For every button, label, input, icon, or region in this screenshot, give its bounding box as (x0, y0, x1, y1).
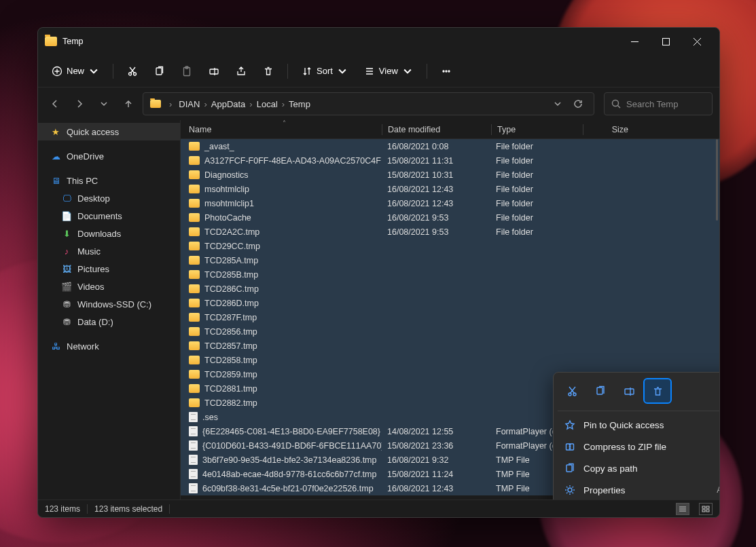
file-row[interactable]: A3127FCF-F0FF-48EA-AD43-A09AC2570C4F15/0… (181, 153, 719, 168)
file-row[interactable]: Diagnostics15/08/2021 10:31File folder (181, 168, 719, 182)
ctx-pin[interactable]: Pin to Quick access (558, 414, 719, 436)
ctx-rename-button[interactable] (616, 379, 642, 402)
file-row[interactable]: TCD2858.tmp (181, 353, 719, 367)
ctx-delete-button[interactable] (645, 379, 670, 402)
new-button[interactable]: New (46, 62, 105, 81)
sidebar-item-onedrive[interactable]: ☁OneDrive (38, 147, 180, 165)
more-button[interactable] (435, 62, 457, 81)
ctx-zip[interactable]: Compress to ZIP file (558, 436, 719, 457)
sidebar-item-drive-d[interactable]: ⛃Data (D:) (38, 313, 180, 331)
maximize-button[interactable] (650, 28, 681, 55)
file-name: TCD287F.tmp (204, 313, 257, 322)
sidebar-item-music[interactable]: ♪Music (38, 242, 180, 260)
file-row[interactable]: msohtmlclip116/08/2021 12:43File folder (181, 196, 719, 210)
sidebar-item-desktop[interactable]: 🖵Desktop (38, 189, 180, 207)
paste-button[interactable] (176, 62, 198, 81)
folder-icon (189, 185, 200, 193)
downloads-icon: ⬇ (61, 228, 72, 239)
view-button[interactable]: View (359, 62, 418, 81)
forward-button[interactable] (69, 94, 90, 114)
file-type: File folder (490, 156, 581, 166)
file-name: TCD2A2C.tmp (204, 227, 259, 237)
svg-point-10 (448, 71, 450, 72)
breadcrumb-segment[interactable]: AppData (209, 98, 249, 111)
ctx-copy-button[interactable] (588, 379, 613, 402)
file-name: {6E228465-C081-4E13-B8D0-EA9EF7758E08} -… (202, 427, 382, 436)
file-date: 15/08/2021 11:24 (382, 470, 490, 479)
file-row[interactable]: TCD29CC.tmp (181, 239, 719, 253)
sidebar-item-quickaccess[interactable]: ★Quick access (38, 123, 180, 140)
sidebar-item-videos[interactable]: 🎬Videos (38, 278, 180, 295)
details-view-button[interactable] (676, 503, 689, 515)
file-type: File folder (490, 170, 581, 180)
titlebar[interactable]: Temp (38, 28, 719, 55)
icons-view-button[interactable] (699, 503, 713, 515)
file-type: File folder (490, 199, 581, 208)
sidebar-item-thispc[interactable]: 🖥This PC (38, 172, 180, 189)
svg-rect-17 (566, 465, 572, 472)
file-date: 16/08/2021 12:43 (382, 199, 490, 208)
file-date: 16/08/2021 12:43 (382, 185, 490, 194)
star-icon: ★ (50, 126, 61, 137)
sort-button[interactable]: Sort (296, 62, 353, 81)
address-bar[interactable]: › DIAN›AppData›Local›Temp (143, 92, 594, 115)
file-type: File folder (490, 185, 581, 194)
breadcrumb-segment[interactable]: Temp (286, 98, 313, 111)
columns-header[interactable]: ˄ Name Date modified Type Size (181, 120, 719, 139)
breadcrumb-segment[interactable]: DIAN (176, 98, 202, 111)
sidebar-item-documents[interactable]: 📄Documents (38, 207, 180, 225)
svg-point-18 (568, 488, 572, 492)
file-row[interactable]: TCD2A2C.tmp16/08/2021 9:53File folder (181, 225, 719, 239)
minimize-button[interactable] (619, 28, 650, 55)
ctx-copy-path[interactable]: Copy as path (558, 457, 719, 479)
file-row[interactable]: TCD2857.tmp (181, 339, 719, 353)
ctx-properties[interactable]: PropertiesAlt+Enter (558, 479, 719, 499)
back-button[interactable] (45, 94, 65, 114)
file-row[interactable]: TCD2856.tmp (181, 324, 719, 339)
up-button[interactable] (118, 94, 139, 114)
file-row[interactable]: TCD287F.tmp (181, 310, 719, 324)
refresh-button[interactable] (569, 95, 587, 113)
network-icon: 🖧 (50, 341, 61, 352)
file-date: 16/08/2021 9:53 (382, 213, 490, 223)
scrollbar-thumb[interactable] (716, 139, 718, 221)
column-type[interactable]: Type (492, 125, 583, 134)
file-row[interactable]: TCD286C.tmp (181, 282, 719, 296)
column-name[interactable]: Name (181, 125, 382, 134)
cut-button[interactable] (122, 62, 143, 81)
close-button[interactable] (681, 28, 713, 55)
ctx-cut-button[interactable] (559, 379, 585, 402)
svg-point-8 (443, 71, 444, 72)
file-date: 15/08/2021 10:31 (382, 170, 490, 180)
address-dropdown[interactable] (549, 95, 566, 113)
sidebar-item-pictures[interactable]: 🖼Pictures (38, 260, 180, 278)
file-row[interactable]: TCD286D.tmp (181, 296, 719, 310)
recent-button[interactable] (94, 94, 114, 114)
column-date[interactable]: Date modified (382, 125, 491, 134)
folder-icon (189, 398, 200, 407)
share-button[interactable] (230, 62, 252, 81)
file-row[interactable]: msohtmlclip16/08/2021 12:43File folder (181, 182, 719, 196)
sidebar-item-drive-c[interactable]: ⛃Windows-SSD (C:) (38, 295, 180, 313)
toolbar: New Sort View (38, 55, 719, 88)
svg-rect-14 (597, 388, 602, 394)
column-size[interactable]: Size (583, 125, 642, 134)
folder-icon (45, 37, 57, 46)
breadcrumb-segment[interactable]: Local (254, 98, 281, 111)
file-name: TCD2858.tmp (204, 356, 257, 365)
svg-rect-4 (156, 68, 162, 75)
file-row[interactable]: PhotoCache16/08/2021 9:53File folder (181, 210, 719, 225)
file-row[interactable]: TCD285B.tmp (181, 267, 719, 282)
folder-icon (189, 256, 200, 265)
chevron-down-icon (337, 66, 348, 77)
sidebar-item-downloads[interactable]: ⬇Downloads (38, 225, 180, 242)
file-row[interactable]: _avast_16/08/2021 0:08File folder (181, 139, 719, 153)
search-input[interactable]: Search Temp (604, 92, 713, 115)
copy-button[interactable] (149, 62, 170, 81)
delete-button[interactable] (257, 62, 279, 81)
pictures-icon: 🖼 (61, 263, 72, 274)
file-row[interactable]: TCD285A.tmp (181, 253, 719, 267)
sidebar-item-network[interactable]: 🖧Network (38, 337, 180, 355)
folder-icon (189, 313, 200, 322)
rename-button[interactable] (203, 62, 225, 81)
